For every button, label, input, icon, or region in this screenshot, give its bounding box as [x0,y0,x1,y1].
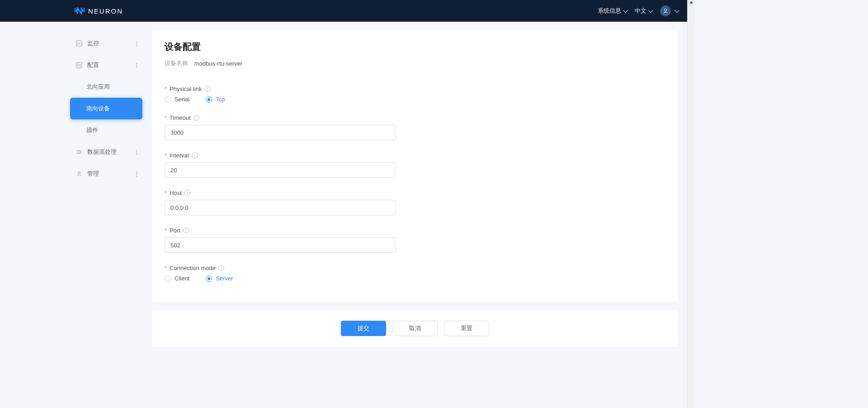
host-input[interactable] [165,200,396,215]
topbar: NEURON 系统信息 中文 [0,0,687,22]
info-icon[interactable]: i [193,115,199,121]
sidebar-item-stream[interactable]: 数据流处理 [70,141,142,163]
svg-point-9 [78,172,80,174]
main-panel: 设备配置 设备名称 modbus-rtu-server * Physical l… [144,22,687,408]
port-input[interactable] [165,237,396,253]
stream-icon [75,149,83,155]
config-icon [75,62,83,68]
footer-actions: 提交 取消 重置 [152,310,678,347]
submit-button[interactable]: 提交 [341,321,386,336]
chevron-up-icon [137,63,137,68]
chevron-down-icon [137,150,137,155]
field-label: Host [170,190,182,196]
interval-input[interactable] [165,162,396,178]
timeout-input[interactable] [165,125,396,140]
sidebar-subitem-south-device[interactable]: 南向设备 [70,98,142,119]
sidebar: 监控 配置 北向应用 南向设备 插件 [0,22,144,408]
required-indicator: * [165,190,167,196]
device-name-label: 设备名称 [165,59,188,67]
sidebar-subitem-north-app[interactable]: 北向应用 [70,76,142,98]
field-port: * Port i [165,227,665,253]
device-name-value: modbus-rtu-server [194,60,242,67]
sidebar-label: 南向设备 [86,104,110,113]
sidebar-label: 数据流处理 [87,148,137,156]
sidebar-label: 配置 [87,61,137,69]
sidebar-item-config[interactable]: 配置 [70,54,142,76]
info-icon[interactable]: i [218,265,224,271]
sidebar-label: 管理 [87,170,137,178]
brand-text: NEURON [88,7,123,15]
field-label: Port [170,227,180,234]
system-info-menu[interactable]: 系统信息 [598,7,627,15]
cancel-button[interactable]: 取消 [392,321,438,336]
radio-server[interactable]: Server [206,275,233,282]
radio-circle-icon [165,275,171,282]
chevron-down-icon [137,41,137,46]
radio-circle-icon [206,96,212,103]
sidebar-item-monitoring[interactable]: 监控 [70,33,142,54]
info-icon[interactable]: i [192,152,198,158]
page-title: 设备配置 [165,41,665,53]
chevron-down-icon [648,8,653,13]
field-host: * Host i [165,190,665,215]
system-info-label: 系统信息 [598,7,621,15]
field-physical-link: * Physical link i Serial Tcp [165,85,665,103]
radio-tcp[interactable]: Tcp [206,96,225,103]
field-timeout: * Timeout i [165,114,665,140]
info-icon[interactable]: i [183,228,189,233]
device-name-row: 设备名称 modbus-rtu-server [165,59,665,67]
field-connection-mode: * Connection mode i Client Server [165,265,665,282]
scrollbar-up-icon [689,1,693,4]
sidebar-subitem-plugin[interactable]: 插件 [70,119,142,141]
logo[interactable]: NEURON [75,7,123,15]
sidebar-label: 插件 [86,126,98,134]
sidebar-label: 监控 [87,39,137,47]
admin-icon [75,171,83,177]
radio-client[interactable]: Client [165,275,189,282]
field-label: Timeout [170,114,190,121]
svg-rect-2 [82,9,83,12]
required-indicator: * [165,227,167,234]
chevron-down-icon [137,171,137,176]
chevron-down-icon [623,8,628,13]
svg-point-7 [76,150,77,151]
info-icon[interactable]: i [184,190,190,196]
radio-circle-icon [165,96,171,103]
sidebar-label: 北向应用 [86,83,110,91]
required-indicator: * [165,114,167,121]
required-indicator: * [165,265,167,271]
logo-icon [75,7,85,15]
radio-label: Server [216,275,233,282]
field-label: Interval [170,152,189,159]
language-label: 中文 [635,7,646,15]
svg-rect-0 [75,8,75,12]
radio-label: Client [175,275,189,282]
svg-rect-3 [84,8,85,12]
radio-circle-icon [206,275,212,282]
reset-button[interactable]: 重置 [444,321,489,336]
required-indicator: * [165,152,167,159]
required-indicator: * [165,85,167,92]
chevron-down-icon [675,8,679,13]
user-menu[interactable] [660,5,678,16]
radio-label: Serial [175,96,189,103]
svg-rect-1 [76,9,77,12]
language-menu[interactable]: 中文 [635,7,652,15]
field-label: Physical link [170,85,202,92]
radio-serial[interactable]: Serial [165,96,189,103]
config-card: 设备配置 设备名称 modbus-rtu-server * Physical l… [152,30,678,302]
avatar-icon [660,5,671,16]
field-interval: * Interval i [165,152,665,178]
window-scrollbar[interactable] [687,0,695,408]
monitoring-icon [75,40,83,47]
info-icon[interactable]: i [205,86,211,92]
svg-point-4 [665,9,667,11]
radio-label: Tcp [216,96,225,103]
svg-point-8 [76,153,77,154]
sidebar-item-admin[interactable]: 管理 [70,163,142,185]
field-label: Connection mode [170,265,216,271]
